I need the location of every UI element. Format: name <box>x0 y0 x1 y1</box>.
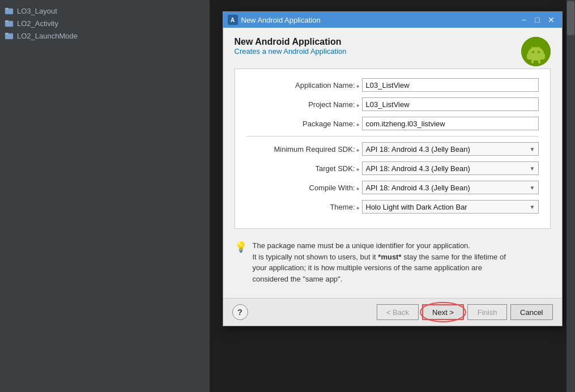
title-bar-buttons: − □ ✕ <box>518 15 557 25</box>
theme-row: Theme:⬥ Holo Light with Dark Action Bar … <box>246 200 539 214</box>
theme-select-wrapper: Holo Light with Dark Action Bar ▼ <box>362 200 539 214</box>
title-bar-text: New Android Application <box>241 16 518 24</box>
svg-point-10 <box>532 51 534 53</box>
min-sdk-label: Minimum Required SDK:⬥ <box>246 145 360 154</box>
svg-rect-14 <box>527 54 529 59</box>
package-name-input[interactable] <box>362 117 539 130</box>
app-name-row: Application Name:⬥ <box>246 78 539 92</box>
svg-point-11 <box>538 51 540 53</box>
compile-with-label: Compile With:⬥ <box>246 184 360 192</box>
sidebar-label-lo2-activity: LO2_Activity <box>17 19 58 28</box>
info-box: 💡 The package name must be a unique iden… <box>235 236 551 289</box>
project-name-input[interactable] <box>362 97 539 111</box>
scrollbar[interactable] <box>567 0 575 392</box>
app-name-input[interactable] <box>362 78 539 92</box>
sidebar-label-lo3-layout: LO3_Layout <box>17 7 57 15</box>
sidebar-item-lo3-layout[interactable]: LO3_Layout <box>0 5 210 17</box>
target-sdk-label: Target SDK:⬥ <box>246 164 360 173</box>
dialog-overlay: A New Android Application − □ ✕ New Andr… <box>210 0 575 392</box>
sidebar: LO3_Layout LO2_Activity LO2_LaunchMode <box>0 0 210 392</box>
target-sdk-select[interactable]: API 18: Android 4.3 (Jelly Bean) <box>362 161 539 175</box>
close-button[interactable]: ✕ <box>545 15 557 25</box>
package-name-label: Package Name:⬥ <box>246 120 360 128</box>
folder-icon <box>5 6 14 15</box>
svg-rect-5 <box>5 33 8 35</box>
svg-rect-17 <box>538 58 540 63</box>
finish-button[interactable]: Finish <box>467 304 507 320</box>
dialog-icon: A <box>228 15 238 25</box>
project-name-label: Project Name:⬥ <box>246 100 360 109</box>
target-sdk-row: Target SDK:⬥ API 18: Android 4.3 (Jelly … <box>246 161 539 175</box>
scroll-thumb[interactable] <box>567 1 574 35</box>
android-logo <box>521 37 551 66</box>
help-button[interactable]: ? <box>232 304 248 320</box>
svg-rect-16 <box>531 58 534 63</box>
min-sdk-select[interactable]: API 18: Android 4.3 (Jelly Bean) <box>362 142 539 156</box>
dialog-header: New Android Application Creates a new An… <box>235 37 551 66</box>
title-bar: A New Android Application − □ ✕ <box>223 12 562 28</box>
info-icon: 💡 <box>235 241 247 253</box>
svg-rect-1 <box>5 8 8 10</box>
sidebar-item-lo2-activity[interactable]: LO2_Activity <box>0 17 210 29</box>
dialog-subtitle: Creates a new Android Application <box>235 47 347 56</box>
button-row: ? < Back Next > Finish Cancel <box>223 298 562 326</box>
project-name-row: Project Name:⬥ <box>246 97 539 111</box>
svg-rect-15 <box>543 54 545 59</box>
min-sdk-row: Minimum Required SDK:⬥ API 18: Android 4… <box>246 142 539 156</box>
back-button[interactable]: < Back <box>377 304 419 320</box>
svg-rect-3 <box>5 20 8 22</box>
folder-icon <box>5 19 14 28</box>
cancel-button[interactable]: Cancel <box>510 304 552 320</box>
new-android-app-dialog: A New Android Application − □ ✕ New Andr… <box>223 11 563 326</box>
compile-with-row: Compile With:⬥ API 18: Android 4.3 (Jell… <box>246 181 539 194</box>
sidebar-label-lo2-launchmode: LO2_LaunchMode <box>17 32 78 40</box>
dialog-content: New Android Application Creates a new An… <box>223 28 562 298</box>
form-separator <box>246 136 539 137</box>
svg-point-9 <box>528 50 544 56</box>
theme-select[interactable]: Holo Light with Dark Action Bar <box>362 200 539 214</box>
app-name-label: Application Name:⬥ <box>246 81 360 90</box>
next-button[interactable]: Next > <box>422 304 464 320</box>
form-area: Application Name:⬥ Project Name:⬥ Packag… <box>235 69 551 229</box>
minimize-button[interactable]: − <box>518 15 530 25</box>
min-sdk-select-wrapper: API 18: Android 4.3 (Jelly Bean) ▼ <box>362 142 539 156</box>
compile-with-select[interactable]: API 18: Android 4.3 (Jelly Bean) <box>362 181 539 194</box>
folder-icon <box>5 31 14 40</box>
sidebar-item-lo2-launchmode[interactable]: LO2_LaunchMode <box>0 29 210 42</box>
target-sdk-select-wrapper: API 18: Android 4.3 (Jelly Bean) ▼ <box>362 161 539 175</box>
dialog-title: New Android Application <box>235 37 347 47</box>
package-name-row: Package Name:⬥ <box>246 117 539 130</box>
maximize-button[interactable]: □ <box>531 15 544 25</box>
info-text: The package name must be a unique identi… <box>253 240 506 284</box>
theme-label: Theme:⬥ <box>246 203 360 211</box>
compile-with-select-wrapper: API 18: Android 4.3 (Jelly Bean) ▼ <box>362 181 539 194</box>
